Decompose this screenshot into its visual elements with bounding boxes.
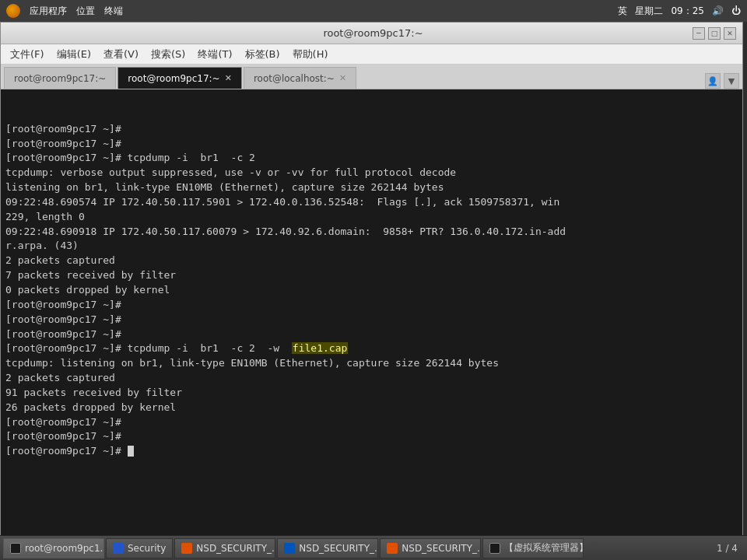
tab-actions: 👤 ▼ (705, 73, 739, 89)
taskbar-item-terminal[interactable]: root@room9pc1... (3, 538, 104, 558)
system-bar-right: 英 星期二 09：25 🔊 ⏻ (618, 5, 741, 18)
menu-edit[interactable]: 编辑(E) (51, 46, 97, 63)
taskbar-item-nsd1[interactable]: NSD_SECURITY_... (174, 538, 275, 558)
terminal-line: [root@room9pc17 ~]# (5, 429, 738, 444)
tab-3[interactable]: root@localhost:~ ✕ (244, 67, 356, 89)
terminal-line: [root@room9pc17 ~]# (5, 444, 738, 459)
terminal-line: r.arpa. (43) (5, 239, 738, 254)
terminal-line: [root@room9pc17 ~]# tcpdump -i br1 -c 2 … (5, 341, 738, 356)
language-indicator: 英 (618, 5, 627, 18)
terminal-cursor (128, 446, 134, 457)
terminal-line: 91 packets received by filter (5, 386, 738, 401)
terminal-line: 2 packets captured (5, 371, 738, 386)
title-bar: root@room9pc17:~ ─ □ ✕ (1, 23, 742, 44)
taskbar: root@room9pc1... Security NSD_SECURITY_.… (0, 535, 747, 560)
terminal-line: [root@room9pc17 ~]# (5, 122, 738, 137)
tab-menu-button[interactable]: ▼ (724, 73, 739, 89)
taskbar-nsd3-icon (387, 543, 398, 554)
terminal-line: 229, length 0 (5, 210, 738, 225)
taskbar-nsd1-icon (181, 543, 192, 554)
terminal-line: 0 packets dropped by kernel (5, 283, 738, 298)
day-display: 星期二 (635, 5, 663, 18)
terminal-line: 09:22:48.690918 IP 172.40.50.117.60079 >… (5, 225, 738, 240)
terminal-window: root@room9pc17:~ ─ □ ✕ 文件(F) 编辑(E) 查看(V)… (0, 22, 743, 535)
terminal-line: listening on br1, link-type EN10MB (Ethe… (5, 180, 738, 195)
terminal-line: [root@room9pc17 ~]# (5, 415, 738, 430)
power-icon[interactable]: ⏻ (731, 5, 741, 16)
tab-2-label: root@room9pc17:~ (128, 73, 219, 84)
taskbar-vm-icon (489, 543, 500, 554)
terminal-line: [root@room9pc17 ~]# tcpdump -i br1 -c 2 (5, 151, 738, 166)
new-tab-button[interactable]: 👤 (705, 73, 721, 89)
taskbar-security-label: Security (128, 543, 166, 554)
taskbar-nsd3-label: NSD_SECURITY_... (402, 543, 481, 554)
taskbar-item-nsd3[interactable]: NSD_SECURITY_... (380, 538, 481, 558)
terminal-line: tcpdump: verbose output suppressed, use … (5, 166, 738, 180)
terminal-line: 7 packets received by filter (5, 268, 738, 283)
taskbar-security-icon (113, 543, 124, 554)
menu-file[interactable]: 文件(F) (4, 46, 51, 63)
taskbar-nsd1-label: NSD_SECURITY_... (196, 543, 275, 554)
system-bar: 应用程序 位置 终端 英 星期二 09：25 🔊 ⏻ (0, 0, 747, 22)
app-logo-icon (6, 4, 20, 18)
tab-2-close-icon[interactable]: ✕ (225, 73, 232, 83)
taskbar-terminal-label: root@room9pc1... (25, 543, 104, 554)
position-menu[interactable]: 位置 (76, 5, 95, 18)
tab-2[interactable]: root@room9pc17:~ ✕ (117, 67, 242, 89)
taskbar-page-indicator: 1 / 4 (710, 543, 744, 554)
minimize-button[interactable]: ─ (693, 27, 705, 40)
tab-1-label: root@room9pc17:~ (14, 73, 106, 84)
close-button[interactable]: ✕ (724, 27, 736, 40)
app-menu[interactable]: 应用程序 (30, 5, 67, 18)
taskbar-item-nsd2[interactable]: NSD_SECURITY_... (277, 538, 378, 558)
terminal-content[interactable]: [root@room9pc17 ~]#[root@room9pc17 ~]#[r… (1, 89, 742, 536)
tab-3-close-icon[interactable]: ✕ (339, 73, 346, 83)
taskbar-nsd2-label: NSD_SECURITY_... (299, 543, 378, 554)
terminal-line: [root@room9pc17 ~]# (5, 137, 738, 152)
time-display: 09：25 (671, 5, 704, 18)
terminal-line: 26 packets dropped by kernel (5, 401, 738, 415)
taskbar-vm-label: 【虚拟系统管理器】 (504, 541, 584, 555)
terminal-line: [root@room9pc17 ~]# (5, 313, 738, 327)
taskbar-item-security[interactable]: Security (106, 538, 173, 558)
menu-terminal[interactable]: 终端(T) (191, 46, 238, 63)
window-controls: ─ □ ✕ (693, 27, 736, 40)
menu-bar: 文件(F) 编辑(E) 查看(V) 搜索(S) 终端(T) 标签(B) 帮助(H… (1, 44, 742, 65)
terminal-line: [root@room9pc17 ~]# (5, 327, 738, 342)
highlighted-text: file1.cap (292, 342, 348, 354)
taskbar-nsd2-icon (284, 543, 295, 554)
terminal-line: tcpdump: listening on br1, link-type EN1… (5, 356, 738, 371)
taskbar-terminal-icon (10, 543, 21, 554)
tab-1[interactable]: root@room9pc17:~ (4, 67, 116, 89)
system-bar-left: 应用程序 位置 终端 (6, 4, 123, 18)
window-title: root@room9pc17:~ (54, 27, 693, 39)
menu-search[interactable]: 搜索(S) (145, 46, 191, 63)
taskbar-item-vm[interactable]: 【虚拟系统管理器】 (482, 538, 584, 558)
tab-3-label: root@localhost:~ (254, 73, 335, 84)
menu-tags[interactable]: 标签(B) (239, 46, 286, 63)
menu-help[interactable]: 帮助(H) (286, 46, 335, 63)
terminal-menu[interactable]: 终端 (104, 5, 123, 18)
volume-icon[interactable]: 🔊 (712, 5, 724, 16)
menu-view[interactable]: 查看(V) (97, 46, 145, 63)
terminal-line: 09:22:48.690574 IP 172.40.50.117.5901 > … (5, 195, 738, 210)
terminal-line: [root@room9pc17 ~]# (5, 298, 738, 313)
terminal-line: 2 packets captured (5, 254, 738, 268)
tab-bar: root@room9pc17:~ root@room9pc17:~ ✕ root… (1, 65, 742, 89)
maximize-button[interactable]: □ (708, 27, 721, 40)
